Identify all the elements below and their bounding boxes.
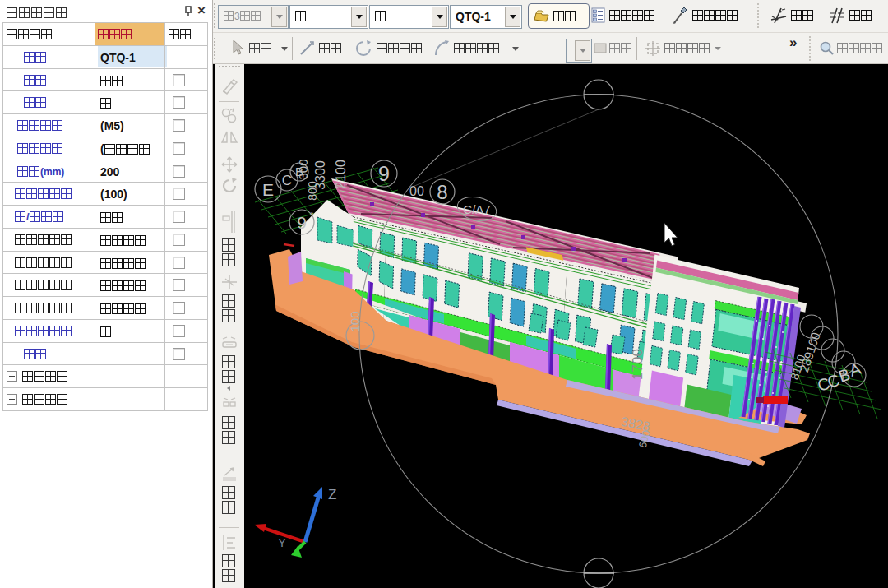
svg-text:2100: 2100 — [334, 160, 348, 189]
svg-text:800: 800 — [306, 181, 319, 201]
svg-text:00: 00 — [409, 184, 424, 198]
svg-text:Z: Z — [328, 487, 336, 502]
svg-text:9: 9 — [378, 162, 390, 185]
svg-text:°: ° — [310, 211, 313, 220]
svg-text:9: 9 — [297, 213, 307, 232]
svg-text:Y: Y — [278, 535, 286, 549]
svg-text:100: 100 — [348, 311, 362, 331]
svg-text:1700: 1700 — [630, 349, 645, 380]
svg-text:300: 300 — [296, 159, 310, 179]
svg-text:8: 8 — [437, 181, 447, 203]
svg-text:C/A7: C/A7 — [463, 202, 490, 216]
svg-text:E: E — [262, 180, 274, 199]
